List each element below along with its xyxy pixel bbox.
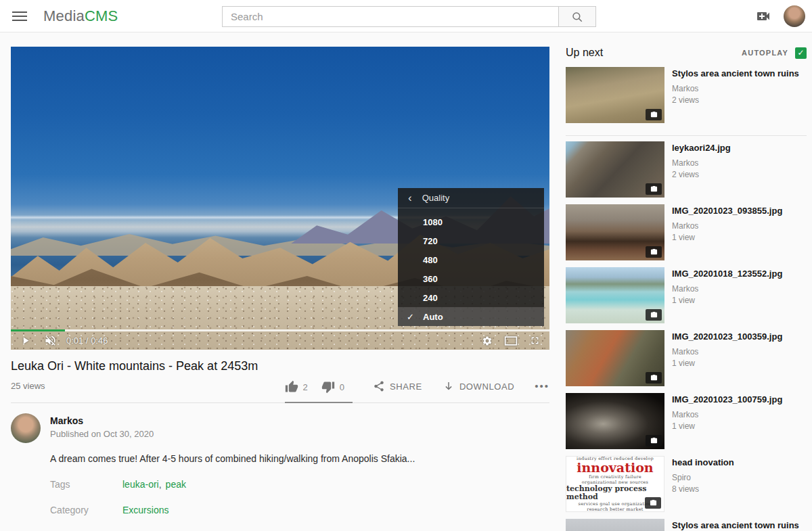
author-avatar[interactable]	[11, 413, 41, 443]
view-count: 25 views	[11, 381, 285, 402]
item-views: 8 views	[672, 484, 734, 494]
download-button[interactable]: DOWNLOAD	[443, 380, 514, 392]
user-avatar[interactable]	[784, 5, 805, 27]
search-icon	[571, 11, 583, 23]
quality-option-auto-label: Auto	[423, 312, 443, 322]
item-views: 2 views	[672, 170, 731, 179]
item-views: 2 views	[672, 95, 799, 105]
search-input[interactable]	[222, 6, 559, 27]
fullscreen-button[interactable]	[529, 335, 541, 346]
upnext-item-2[interactable]: leykaori24.jpg Markos 2 views	[566, 141, 807, 198]
thumbnail	[566, 267, 664, 323]
quality-options: 1080 720 480 360 240 ✓ Auto	[398, 208, 544, 326]
main-column: ‹ Quality 1080 720 480 360 240 ✓ Auto	[11, 47, 549, 531]
item-author: Spiro	[672, 473, 734, 482]
category-label: Category	[50, 505, 122, 515]
tag-link-leuka-ori[interactable]: leuka-ori	[122, 479, 159, 490]
video-upload-icon	[755, 8, 771, 24]
item-title: IMG_20201023_100359.jpg	[672, 331, 782, 342]
thumbnail	[566, 393, 664, 449]
mute-button[interactable]	[44, 334, 57, 347]
media-actions: 2 0 SHARE	[285, 380, 549, 402]
thumbs-down-icon	[321, 380, 335, 394]
sidebar-divider	[566, 135, 807, 136]
play-button[interactable]	[20, 335, 31, 346]
camera-icon	[650, 437, 658, 444]
item-views: 1 view	[672, 296, 782, 305]
like-button[interactable]: 2	[285, 380, 308, 394]
quality-option-360[interactable]: 360	[398, 269, 544, 288]
quality-option-1080[interactable]: 1080	[398, 212, 544, 231]
thumbnail	[566, 519, 664, 531]
cloud-line: research better market	[587, 507, 643, 512]
cloud-line: firm creativity failure	[589, 474, 641, 480]
upnext-item-6[interactable]: IMG_20201023_100759.jpg Markos 1 view	[566, 393, 807, 449]
item-title: head inovation	[672, 457, 734, 468]
item-views: 1 view	[672, 359, 782, 368]
quality-option-auto-selected[interactable]: ✓ Auto	[398, 307, 544, 326]
like-count: 2	[303, 382, 308, 392]
logo[interactable]: MediaCMS	[43, 7, 118, 25]
thumbs-up-icon	[285, 380, 298, 394]
cloud-main-word: innovation	[577, 461, 653, 474]
item-title: IMG_20201023_100759.jpg	[672, 394, 782, 405]
player-controls: 0:01 / 0:46	[11, 331, 549, 350]
quality-option-720[interactable]: 720	[398, 231, 544, 250]
upnext-item-1[interactable]: Stylos area ancient town ruins Markos 2 …	[566, 67, 807, 123]
item-title: Stylos area ancient town ruins	[672, 68, 799, 79]
camera-icon	[650, 311, 658, 319]
thumbnail	[566, 204, 664, 260]
camera-icon	[650, 374, 658, 382]
category-link[interactable]: Excursions	[122, 505, 168, 515]
back-icon: ‹	[408, 191, 412, 205]
upnext-item-5[interactable]: IMG_20201023_100359.jpg Markos 1 view	[566, 330, 807, 386]
share-icon	[373, 380, 385, 392]
camera-icon	[650, 111, 658, 118]
upnext-item-7[interactable]: industry effort reduced develop innovati…	[566, 456, 807, 512]
dislike-button[interactable]: 0	[321, 380, 344, 394]
item-title: leykaori24.jpg	[672, 142, 731, 154]
logo-media: Media	[43, 7, 85, 24]
upload-media-button[interactable]	[755, 9, 773, 24]
quality-option-480[interactable]: 480	[398, 250, 544, 269]
thumbnail	[566, 67, 664, 123]
share-button[interactable]: SHARE	[373, 380, 422, 392]
share-label: SHARE	[390, 382, 422, 392]
settings-gear-button[interactable]	[482, 336, 493, 346]
item-title: Stylos area ancient town ruins	[672, 520, 799, 531]
autoplay-checkbox[interactable]: ✓	[795, 47, 807, 59]
quality-menu-header[interactable]: ‹ Quality	[398, 188, 544, 208]
thumbnail-word-cloud: industry effort reduced develop innovati…	[566, 456, 664, 512]
thumbnail	[566, 141, 664, 198]
media-title: Leuka Ori - White mountains - Peak at 24…	[11, 359, 549, 373]
upnext-item-3[interactable]: IMG_20201023_093855.jpg Markos 1 view	[566, 204, 807, 260]
category-row: Category Excursions	[50, 505, 549, 515]
quality-menu-title: Quality	[422, 193, 449, 203]
menu-hamburger-icon[interactable]	[12, 9, 27, 24]
media-type-badge	[646, 183, 662, 195]
item-author: Markos	[672, 158, 731, 168]
upnext-item-8[interactable]: Stylos area ancient town ruins	[566, 519, 807, 531]
up-next-sidebar: Up next AUTOPLAY ✓ Stylos area ancient t…	[566, 47, 807, 531]
item-title: IMG_20201023_093855.jpg	[672, 205, 782, 216]
item-author: Markos	[672, 221, 782, 231]
stats-row: 25 views 2 0	[11, 380, 549, 403]
theater-mode-button[interactable]	[504, 336, 518, 346]
item-author: Markos	[672, 284, 782, 294]
video-player[interactable]: ‹ Quality 1080 720 480 360 240 ✓ Auto	[11, 47, 549, 350]
publish-date: Published on Oct 30, 2020	[50, 429, 154, 439]
media-description: A dream comes true! After 4-5 hours of c…	[50, 453, 549, 464]
search-button[interactable]	[559, 6, 596, 27]
item-author: Markos	[672, 84, 799, 93]
quality-option-240[interactable]: 240	[398, 288, 544, 307]
thumbnail	[566, 330, 664, 386]
tags-label: Tags	[50, 479, 122, 490]
sidebar-header: Up next AUTOPLAY ✓	[566, 47, 807, 59]
media-type-badge	[646, 109, 662, 120]
more-actions-button[interactable]: •••	[535, 380, 549, 396]
upnext-item-4[interactable]: IMG_20201018_123552.jpg Markos 1 view	[566, 267, 807, 323]
camera-icon	[650, 248, 658, 256]
author-name[interactable]: Markos	[50, 415, 154, 426]
tag-link-peak[interactable]: peak	[166, 479, 186, 490]
tag-separator: ,	[159, 479, 162, 490]
